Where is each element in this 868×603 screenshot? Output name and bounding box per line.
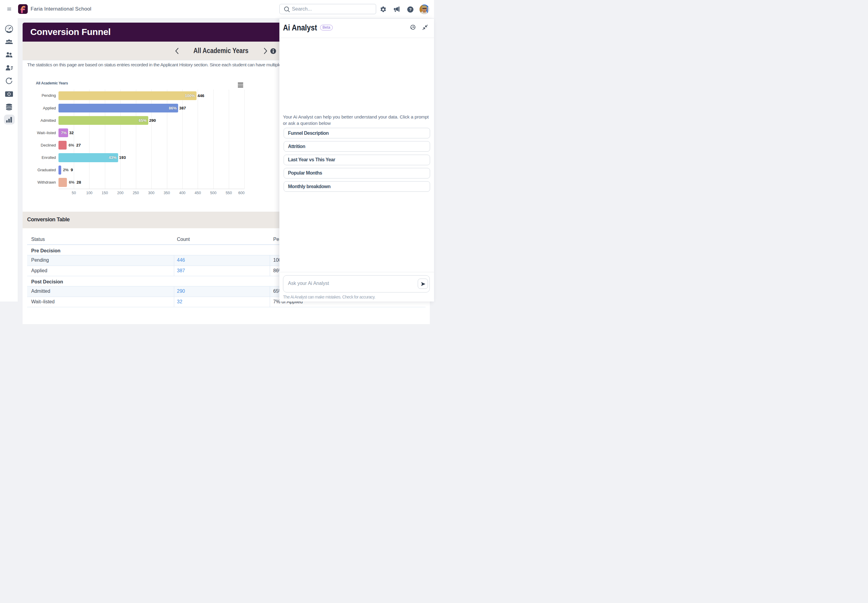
svg-text:?: ? [409, 7, 411, 12]
